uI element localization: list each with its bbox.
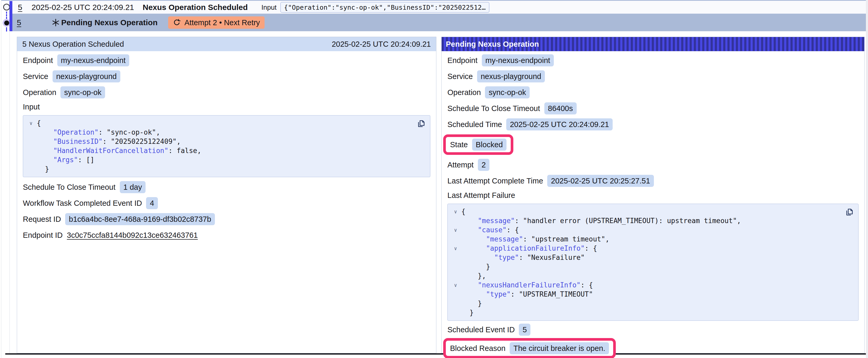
code-gutter [25,146,37,155]
code-text: } [461,308,474,317]
field-schedule-to-close: Schedule To Close Timeout 1 day [23,181,430,193]
event-row-pending-nexus-operation[interactable]: 5 Pending Nexus Operation Attempt 2 • Ne… [12,14,866,31]
pending-panel-header: Pending Nexus Operation [442,37,864,51]
code-text: "Args": [] [37,155,94,165]
code-gutter [25,165,37,174]
state-highlight-annotation: State Blocked [443,134,513,155]
code-gutter [450,235,461,244]
pending-panel-body: Endpoint my-nexus-endpoint Service nexus… [442,51,864,358]
code-gutter [450,262,461,271]
event-row-nexus-operation-scheduled[interactable]: 5 2025-02-25 UTC 20:24:09.21 Nexus Opera… [12,1,866,14]
attempt-retry-badge[interactable]: Attempt 2 • Next Retry [168,16,265,29]
copy-icon[interactable] [844,207,855,218]
code-line: "HandlerWaitForCancellation": false, [25,146,425,155]
collapse-chevron-icon[interactable]: ∨ [450,207,461,216]
code-line: "type": "UPSTREAM_TIMEOUT" [450,290,853,299]
code-line: ∨{ [450,207,853,216]
field-label: Endpoint [447,56,477,65]
code-text: "HandlerWaitForCancellation": false, [37,146,201,155]
retry-icon [173,19,181,27]
scheduled-panel-timestamp: 2025-02-25 UTC 20:24:09.21 [332,40,431,48]
field-value-badge: 2025-02-25 UTC 20:24:09.21 [506,118,613,130]
field-scheduled-time: Scheduled Time 2025-02-25 UTC 20:24:09.2… [447,118,859,130]
field-schedule-to-close-timeout: Schedule To Close Timeout 86400s [447,102,859,115]
field-attempt: Attempt 2 [447,159,859,171]
field-endpoint: Endpoint my-nexus-endpoint [23,54,430,66]
code-text: } [461,262,490,271]
field-wft-completed-event-id: Workflow Task Completed Event ID 4 [23,197,430,209]
code-line: ∨ "cause": { [450,225,853,235]
code-gutter [25,155,37,165]
field-value-badge: my-nexus-endpoint [57,54,129,66]
collapse-chevron-icon[interactable]: ∨ [25,119,37,128]
field-label: Workflow Task Completed Event ID [23,199,142,207]
code-gutter [450,299,461,308]
retry-badge-label: Attempt 2 • Next Retry [184,18,260,27]
timeline-dashed-connector [6,11,7,19]
input-section-label: Input [23,102,430,111]
scrollbar-track[interactable] [866,0,868,358]
code-gutter [450,308,461,317]
code-line: ∨ "applicationFailureInfo": { [450,244,853,253]
pending-operation-panel: Pending Nexus Operation Endpoint my-nexu… [441,37,865,353]
code-text: } [37,165,49,174]
field-value-badge: 1 day [120,181,146,193]
field-label: Scheduled Event ID [447,325,515,334]
field-request-id: Request ID b1c6a4bc-8ee7-468a-9169-df3b0… [23,213,430,225]
code-text: "BusinessID": "20250225122409", [37,137,181,146]
code-text: { [461,207,466,216]
state-badge: Blocked [472,138,506,151]
code-line: } [25,165,425,174]
code-text: { [37,119,41,128]
event-input-preview-badge[interactable]: {"Operation":"sync-op-ok","BusinessID":"… [280,2,490,13]
field-value-badge: 5 [519,324,530,336]
field-blocked-reason: Blocked Reason The circuit breaker is op… [450,342,609,354]
blocked-reason-badge: The circuit breaker is open. [510,342,609,354]
pending-asterisk-icon [51,18,60,27]
event-timestamp: 2025-02-25 UTC 20:24:09.21 [32,3,134,12]
code-line: ∨{ [25,119,425,128]
field-label: Schedule To Close Timeout [23,183,116,192]
blocked-reason-highlight-annotation: Blocked Reason The circuit breaker is op… [443,338,616,358]
timeline-dashed-connector-2 [6,27,7,32]
field-label: Scheduled Time [447,120,502,129]
event-detail-panel-scheduled: 5 Nexus Operation Scheduled 2025-02-25 U… [17,37,436,353]
field-label: State [450,140,468,149]
code-gutter [450,253,461,262]
event-title: Nexus Operation Scheduled [143,3,248,12]
event-id-link[interactable]: 5 [17,18,21,27]
code-gutter [25,137,37,146]
timeline-current-node-core [4,21,9,26]
scheduled-panel-body: Endpoint my-nexus-endpoint Service nexus… [17,51,436,241]
field-label: Operation [23,88,56,97]
code-text: "message": "upstream timeout", [461,235,610,244]
field-operation: Operation sync-op-ok [447,86,859,98]
left-border [1,0,1,358]
code-line: "Args": [] [25,155,425,165]
code-text: "message": "handler error (UPSTREAM_TIME… [461,216,741,225]
event-id-link[interactable]: 5 [18,3,22,12]
code-line: "Operation": "sync-op-ok", [25,128,425,137]
pending-panel-title: Pending Nexus Operation [446,40,539,48]
code-line: } [450,308,853,317]
field-service: Service nexus-playground [447,70,859,83]
last-attempt-failure-label: Last Attempt Failure [447,191,859,200]
code-text: }, [461,271,486,281]
workflow-event-history-screen: 5 2025-02-25 UTC 20:24:09.21 Nexus Opera… [0,0,868,358]
field-label: Request ID [23,215,61,224]
endpoint-id-link[interactable]: 3c0c75ccfa8144b092c13ce632463761 [67,231,198,240]
code-text: "Operation": "sync-op-ok", [37,128,160,137]
field-label: Service [447,72,473,81]
field-scheduled-event-id: Scheduled Event ID 5 [447,324,859,336]
copy-icon[interactable] [416,119,426,129]
collapse-chevron-icon[interactable]: ∨ [450,225,461,235]
field-value-badge: 2 [478,159,490,171]
code-gutter [450,271,461,281]
selected-event-indicator-bar [9,1,12,31]
code-line: } [450,299,853,308]
code-line: "message": "handler error (UPSTREAM_TIME… [450,216,853,225]
collapse-chevron-icon[interactable]: ∨ [450,281,461,290]
code-text: "cause": { [461,225,519,235]
detail-region-border [9,32,10,354]
collapse-chevron-icon[interactable]: ∨ [450,244,461,253]
